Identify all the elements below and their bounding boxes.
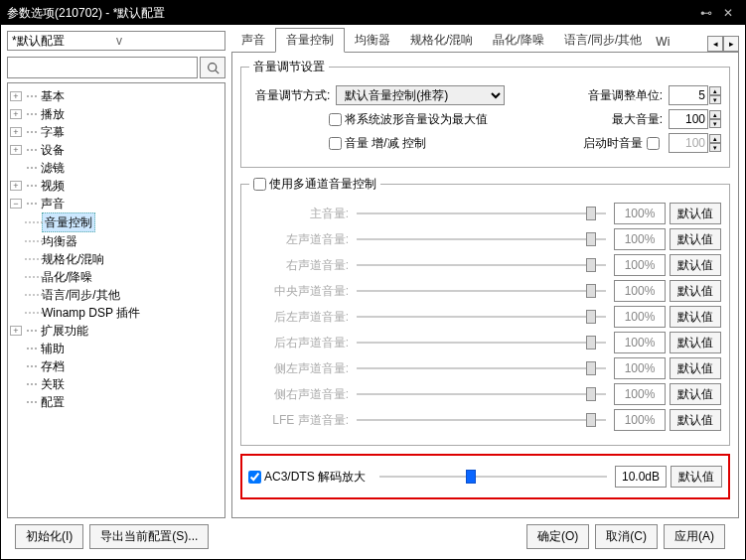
ok-button[interactable]: 确定(O): [526, 524, 589, 549]
maxvol-down[interactable]: ▾: [709, 119, 721, 128]
ac3-checkbox[interactable]: AC3/DTS 解码放大: [248, 469, 366, 486]
tab-sound[interactable]: 声音: [231, 29, 275, 52]
startvol-down[interactable]: ▾: [709, 143, 721, 152]
tab-lang[interactable]: 语言/同步/其他: [554, 29, 653, 52]
tree-item-audio[interactable]: −⋯声音: [10, 195, 223, 212]
multi-label-right: 右声道音量:: [249, 257, 349, 274]
tree-item-volume[interactable]: 音量控制: [24, 212, 223, 232]
startvol-label: 启动时音量: [583, 135, 643, 152]
multi-slider-sr: [357, 385, 606, 403]
multi-label-rr: 后右声道音量:: [249, 335, 349, 351]
multi-default-sl[interactable]: 默认值: [670, 357, 721, 379]
multi-default-sr[interactable]: 默认值: [670, 383, 721, 405]
multi-slider-sl: [357, 359, 606, 377]
tree-item-filter[interactable]: ⋯滤镜: [10, 159, 223, 177]
search-button[interactable]: [200, 57, 225, 78]
multi-default-left[interactable]: 默认值: [670, 228, 721, 250]
chevron-down-icon: v: [116, 34, 221, 48]
multichannel-group: 使用多通道音量控制 主音量:100%默认值左声道音量:100%默认值右声道音量:…: [240, 176, 730, 446]
multi-value-center: 100%: [614, 280, 666, 302]
startvol-up[interactable]: ▴: [709, 134, 721, 143]
unit-input[interactable]: [669, 85, 708, 105]
multichannel-legend[interactable]: 使用多通道音量控制: [249, 176, 380, 193]
multi-label-rl: 后左声道音量:: [249, 309, 349, 326]
multi-slider-right: [357, 256, 606, 274]
multi-slider-main: [357, 205, 606, 222]
close-icon[interactable]: ✕: [717, 6, 739, 20]
tree-item-config[interactable]: ⋯配置: [10, 393, 223, 411]
multi-label-left: 左声道音量:: [249, 231, 349, 248]
init-button[interactable]: 初始化(I): [15, 524, 83, 549]
settings-panel: 音量调节设置 音量调节方式: 默认音量控制(推荐) 音量调整单位: ▴▾ 将系统…: [231, 53, 739, 518]
multi-slider-center: [357, 282, 606, 300]
tree-item-play[interactable]: +⋯播放: [10, 105, 223, 123]
multi-label-main: 主音量:: [249, 206, 349, 222]
method-select[interactable]: 默认音量控制(推荐): [336, 85, 505, 105]
maxvol-up[interactable]: ▴: [709, 110, 721, 119]
maxvol-input[interactable]: [669, 109, 708, 129]
profile-select[interactable]: *默认配置 v: [7, 31, 225, 51]
tree-item-ext[interactable]: +⋯扩展功能: [10, 322, 223, 340]
multi-default-lfe[interactable]: 默认值: [670, 409, 721, 431]
startvol-input[interactable]: [669, 133, 708, 153]
multi-default-rr[interactable]: 默认值: [670, 332, 721, 353]
method-label: 音量调节方式:: [255, 87, 330, 104]
multi-value-rr: 100%: [614, 332, 666, 353]
tab-norm[interactable]: 规格化/混响: [400, 29, 483, 52]
multi-default-right[interactable]: 默认值: [670, 254, 721, 276]
unit-down[interactable]: ▾: [709, 95, 721, 104]
ac3-slider[interactable]: [379, 468, 607, 486]
tree-item-assoc[interactable]: ⋯关联: [10, 375, 223, 393]
tab-scroll-right[interactable]: ▸: [723, 36, 739, 52]
multi-default-main[interactable]: 默认值: [670, 203, 721, 224]
pin-icon[interactable]: ⊷: [695, 6, 717, 20]
tab-scroll-left[interactable]: ◂: [707, 36, 723, 52]
incdec-checkbox[interactable]: 音量 增/减 控制: [329, 135, 426, 152]
tree-item-archive[interactable]: ⋯存档: [10, 357, 223, 375]
multi-value-main: 100%: [614, 203, 666, 224]
maxvol-label: 最大音量:: [612, 111, 663, 128]
tree-item-basic[interactable]: +⋯基本: [10, 87, 223, 105]
multi-slider-rl: [357, 308, 606, 326]
tab-winamp[interactable]: Wi: [652, 32, 671, 52]
wave-max-checkbox[interactable]: 将系统波形音量设为最大值: [329, 111, 488, 128]
multi-label-sl: 侧左声道音量:: [249, 360, 349, 377]
multi-value-left: 100%: [614, 228, 666, 250]
tab-volume[interactable]: 音量控制: [275, 28, 345, 53]
multi-value-lfe: 100%: [614, 409, 666, 431]
volume-adjust-legend: 音量调节设置: [249, 59, 329, 75]
volume-adjust-group: 音量调节设置 音量调节方式: 默认音量控制(推荐) 音量调整单位: ▴▾ 将系统…: [240, 59, 730, 168]
multi-value-rl: 100%: [614, 306, 666, 328]
ac3-default-button[interactable]: 默认值: [671, 466, 722, 488]
category-tree[interactable]: +⋯基本 +⋯播放 +⋯字幕 +⋯设备 ⋯滤镜 +⋯视频 −⋯声音 音量控制 均…: [7, 82, 225, 518]
svg-line-1: [215, 70, 218, 72]
unit-up[interactable]: ▴: [709, 86, 721, 95]
tab-eq[interactable]: 均衡器: [345, 29, 400, 52]
multi-slider-lfe: [357, 411, 606, 429]
multi-default-center[interactable]: 默认值: [670, 280, 721, 302]
tree-item-device[interactable]: +⋯设备: [10, 141, 223, 159]
tree-item-norm[interactable]: 规格化/混响: [24, 250, 223, 268]
apply-button[interactable]: 应用(A): [664, 524, 725, 549]
search-input[interactable]: [7, 57, 198, 78]
tree-item-winamp[interactable]: Winamp DSP 插件: [24, 304, 223, 322]
startvol-checkbox[interactable]: [647, 137, 660, 150]
tree-item-subtitle[interactable]: +⋯字幕: [10, 123, 223, 141]
tree-item-lang[interactable]: 语言/同步/其他: [24, 286, 223, 304]
multi-label-lfe: LFE 声道音量:: [249, 412, 349, 429]
tree-item-crystal[interactable]: 晶化/降噪: [24, 268, 223, 286]
tree-item-assist[interactable]: ⋯辅助: [10, 340, 223, 357]
multi-default-rl[interactable]: 默认值: [670, 306, 721, 328]
ac3-value: 10.0dB: [615, 466, 667, 488]
tab-crystal[interactable]: 晶化/降噪: [483, 29, 553, 52]
ac3-highlight: AC3/DTS 解码放大 10.0dB 默认值: [240, 454, 730, 499]
tab-bar: 声音 音量控制 均衡器 规格化/混响 晶化/降噪 语言/同步/其他 Wi ◂ ▸: [231, 31, 739, 53]
unit-label: 音量调整单位:: [588, 87, 663, 104]
multi-value-sl: 100%: [614, 357, 666, 379]
export-button[interactable]: 导出当前配置(S)...: [89, 524, 209, 549]
multi-slider-rr: [357, 334, 606, 351]
multi-label-center: 中央声道音量:: [249, 283, 349, 300]
cancel-button[interactable]: 取消(C): [595, 524, 658, 549]
tree-item-video[interactable]: +⋯视频: [10, 177, 223, 195]
tree-item-eq[interactable]: 均衡器: [24, 232, 223, 250]
